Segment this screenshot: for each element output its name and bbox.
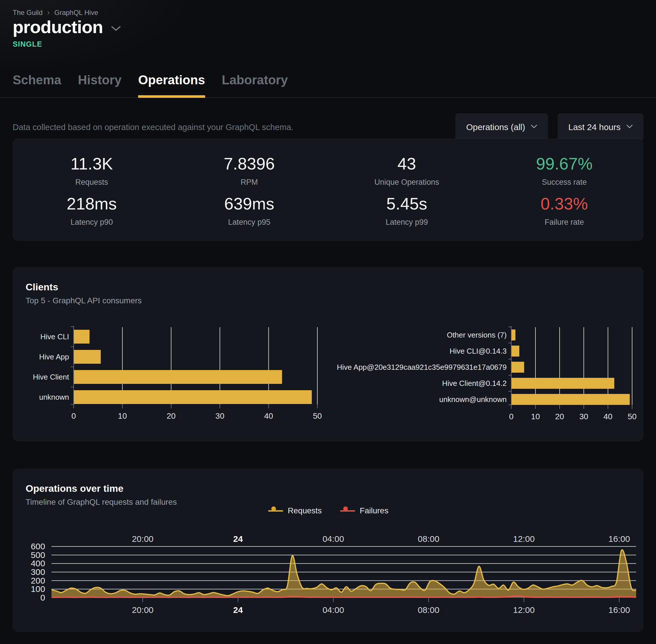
x-tick-label-bottom: 12:00 (513, 605, 535, 615)
operations-timeline-svg: 010020030040050060020:0020:00242404:0004… (13, 533, 643, 619)
x-tick-label-top: 12:00 (513, 534, 535, 544)
project-header: The Guild › GraphQL Hive production SING… (0, 0, 656, 98)
requests-series-marker-icon (268, 506, 283, 516)
x-tick-label: 30 (579, 412, 588, 421)
bar-category-label: unknown@unknown (439, 395, 507, 404)
bar-category-label: Hive CLI (40, 332, 69, 341)
bar-category-label: Other versions (7) (447, 331, 507, 339)
breadcrumb: The Guild › GraphQL Hive (13, 8, 98, 17)
active-tab-indicator (138, 95, 205, 98)
x-tick-label-bottom: 24 (233, 605, 243, 615)
clients-card-subtitle: Top 5 - GraphQL API consumers (26, 296, 630, 305)
tab-bar: Schema History Operations Laboratory (13, 73, 288, 98)
x-tick-label-top: 16:00 (609, 534, 630, 544)
chevron-down-icon (531, 124, 537, 130)
failures-series-marker-icon (340, 506, 355, 516)
bar-unknown-unknown[interactable] (512, 394, 630, 405)
clients-bar-charts-svg: Hive CLIHive AppHive Clientunknown010203… (13, 311, 643, 426)
breadcrumb-org[interactable]: The Guild (13, 9, 43, 17)
y-tick-label: 100 (31, 584, 45, 594)
filters-row: Data collected based on operation execut… (13, 113, 643, 141)
tab-history[interactable]: History (78, 73, 122, 98)
x-tick-label-top: 20:00 (132, 534, 154, 544)
bar-other-versions-7-[interactable] (512, 329, 515, 340)
legend-item-requests[interactable]: Requests (268, 506, 322, 516)
bar-hive-client[interactable] (74, 370, 282, 384)
bar-hive-cli-0-14-3[interactable] (512, 346, 519, 356)
stat-latency-p95: 639ms Latency p95 (171, 190, 328, 230)
x-tick-label-bottom: 20:00 (132, 605, 154, 615)
clients-card-title: Clients (26, 281, 630, 293)
clients-card: Clients Top 5 - GraphQL API consumers Hi… (13, 267, 643, 441)
timeline-legend: Requests Failures (13, 506, 643, 516)
y-tick-label: 400 (31, 558, 45, 568)
y-tick-label: 0 (40, 593, 45, 602)
clients-bar-chart-0: Hive CLIHive AppHive Clientunknown010203… (33, 326, 322, 420)
bar-category-label: unknown (39, 393, 69, 401)
page-title: production (13, 17, 103, 37)
operations-card-subtitle: Timeline of GraphQL requests and failure… (26, 498, 630, 507)
y-tick-label: 600 (31, 542, 45, 551)
x-tick-label: 10 (531, 412, 540, 421)
bar-category-label: Hive App (39, 352, 69, 361)
y-tick-label: 500 (31, 550, 45, 560)
y-tick-label: 200 (31, 576, 45, 585)
operations-over-time-card: Operations over time Timeline of GraphQL… (13, 469, 643, 631)
bar-hive-cli[interactable] (74, 330, 90, 344)
stat-rpm: 7.8396 RPM (171, 151, 328, 190)
page-description: Data collected based on operation execut… (13, 122, 294, 132)
tab-schema[interactable]: Schema (13, 73, 61, 98)
tab-operations[interactable]: Operations (138, 73, 205, 98)
x-tick-label-top: 24 (233, 534, 243, 544)
x-tick-label: 50 (628, 412, 636, 421)
x-tick-label-top: 04:00 (323, 534, 344, 544)
tab-laboratory[interactable]: Laboratory (222, 73, 288, 98)
breadcrumb-separator-icon: › (47, 8, 50, 17)
x-tick-label-bottom: 16:00 (609, 605, 630, 615)
x-tick-label-bottom: 08:00 (418, 605, 439, 615)
stats-summary-card: 11.3K Requests 7.8396 RPM 43 Unique Oper… (13, 139, 643, 241)
bar-unknown[interactable] (74, 390, 312, 404)
x-tick-label: 10 (118, 412, 127, 420)
date-range-dropdown[interactable]: Last 24 hours (558, 113, 643, 141)
stat-latency-p90: 218ms Latency p90 (13, 190, 171, 230)
stat-requests: 11.3K Requests (13, 151, 171, 190)
bar-category-label: Hive Client (33, 373, 69, 381)
bar-category-label: Hive App@20e3129caa921c35e9979631e17a067… (337, 363, 507, 371)
stat-latency-p99: 5.45s Latency p99 (328, 190, 486, 230)
bar-hive-app-20e3129caa921c35e9979631e17a0679[interactable] (512, 362, 524, 373)
bar-hive-client-0-14-2[interactable] (512, 378, 614, 389)
y-tick-label: 300 (31, 567, 45, 577)
chevron-down-icon (626, 124, 633, 130)
x-tick-label: 50 (313, 412, 322, 420)
x-tick-label: 20 (555, 412, 564, 421)
timeline-chart: 010020030040050060020:0020:00242404:0004… (31, 534, 636, 615)
bar-category-label: Hive CLI@0.14.3 (450, 347, 507, 355)
clients-bar-chart-1: Other versions (7)Hive CLI@0.14.3Hive Ap… (337, 326, 637, 421)
stat-unique-operations: 43 Unique Operations (328, 151, 486, 190)
breadcrumb-project[interactable]: GraphQL Hive (54, 9, 98, 17)
target-type-badge: SINGLE (13, 40, 42, 49)
x-tick-label: 30 (215, 412, 225, 420)
operations-filter-dropdown[interactable]: Operations (all) (455, 113, 548, 141)
bar-category-label: Hive Client@0.14.2 (442, 379, 507, 388)
stat-failure-rate: 0.33% Failure rate (486, 190, 643, 230)
x-tick-label: 40 (603, 412, 612, 421)
x-tick-label-bottom: 04:00 (323, 605, 344, 615)
target-selector-chevron-down-icon[interactable] (111, 26, 121, 33)
x-tick-label-top: 08:00 (418, 534, 439, 544)
stat-success-rate: 99.67% Success rate (486, 151, 643, 190)
operations-card-title: Operations over time (26, 483, 630, 494)
x-tick-label: 0 (509, 412, 514, 421)
legend-item-failures[interactable]: Failures (340, 506, 389, 516)
bar-hive-app[interactable] (74, 350, 101, 364)
x-tick-label: 20 (167, 412, 175, 420)
x-tick-label: 0 (71, 412, 76, 420)
x-tick-label: 40 (264, 412, 273, 420)
